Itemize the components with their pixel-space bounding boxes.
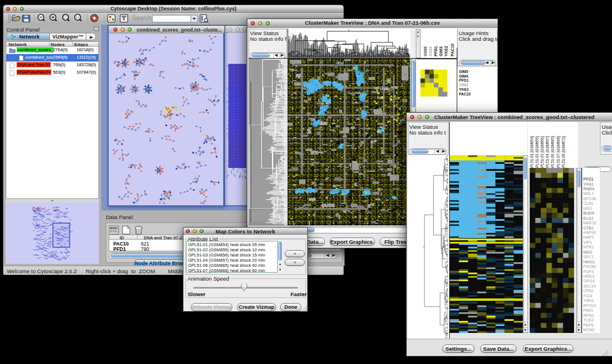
svg-text:1:1: 1:1: [76, 16, 80, 19]
svg-text:Search:: Search:: [132, 14, 153, 21]
